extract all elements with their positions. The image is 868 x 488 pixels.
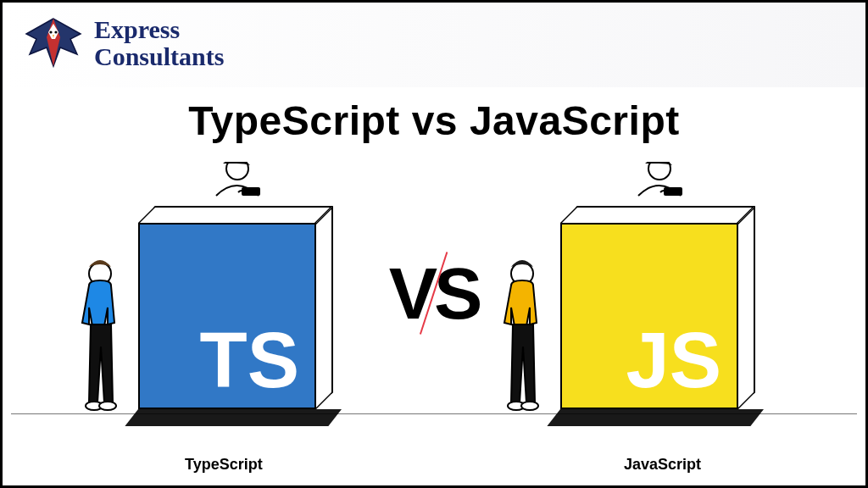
eagle-icon <box>23 17 84 69</box>
svg-point-9 <box>521 402 538 410</box>
brand-logo: Express Consultants <box>23 16 224 69</box>
svg-point-5 <box>99 402 116 410</box>
brand-text: Express Consultants <box>94 16 224 69</box>
cube-front-label: JS <box>560 223 738 409</box>
cube-top <box>560 206 755 223</box>
svg-point-0 <box>49 30 52 33</box>
page-title: TypeScript vs JavaScript <box>3 97 865 144</box>
comparison-stage: VS TS <box>3 155 865 475</box>
cube-shadow <box>125 409 342 426</box>
caption-typescript: TypeScript <box>185 456 263 474</box>
svg-point-1 <box>54 30 57 33</box>
panel-javascript: JS JavaScript <box>476 155 815 475</box>
caption-javascript: JavaScript <box>624 456 701 474</box>
cube-shadow <box>547 409 764 426</box>
brand-line1: Express <box>94 16 224 43</box>
cube-typescript: TS <box>138 206 342 409</box>
panel-typescript: TS TypeScript <box>53 155 392 475</box>
cube-javascript: JS <box>560 206 764 409</box>
vs-label: VS <box>389 257 480 330</box>
cube-front-label: TS <box>138 223 316 409</box>
brand-line2: Consultants <box>94 43 224 70</box>
cube-side <box>316 206 333 409</box>
cube-side <box>738 206 755 409</box>
person-left <box>70 257 130 426</box>
person-right <box>492 257 552 426</box>
cube-top <box>138 206 333 223</box>
